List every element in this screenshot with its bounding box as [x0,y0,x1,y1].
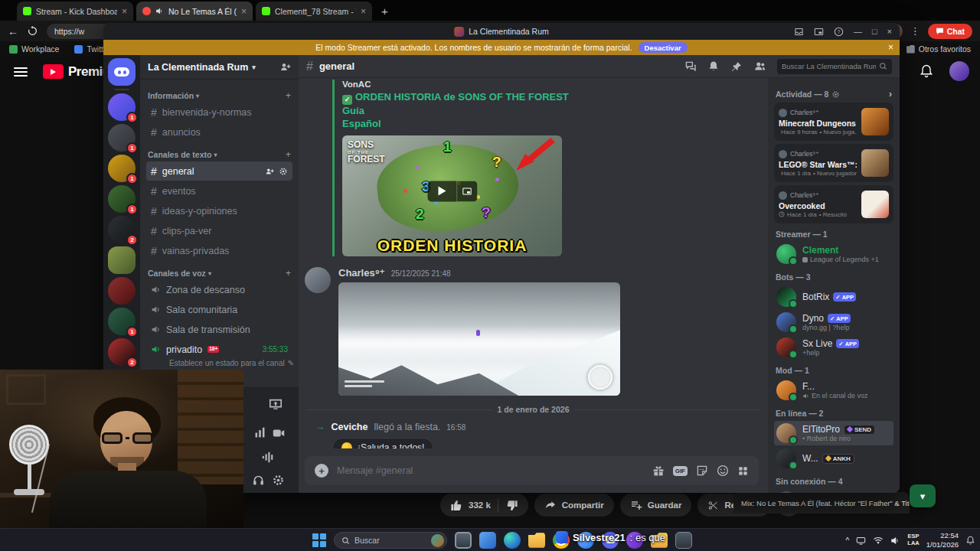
browser-tab-kick-dashboard[interactable]: Stream - Kick Dashboard × [17,2,133,21]
help-icon[interactable]: ? [834,27,844,37]
embed-title-link[interactable]: ✓ORDEN HISTORIA de SONS OF THE FOREST Gu… [342,91,572,131]
add-channel-icon[interactable]: + [286,90,291,101]
tab-close-icon[interactable]: × [122,6,127,17]
member-row-dyno[interactable]: Dyno✓APP dyno.gg | ?help [774,310,893,334]
search-input[interactable]: Buscar La Clementinada Rum [777,59,892,74]
new-tab-button[interactable]: + [381,5,388,18]
wifi-icon[interactable] [873,536,884,545]
camera-icon[interactable] [272,426,286,440]
start-button[interactable] [312,533,326,547]
activity-bars-icon[interactable] [253,426,266,439]
avatar[interactable] [305,267,331,293]
soundboard-icon[interactable] [261,451,274,464]
disable-streamer-mode-button[interactable]: Desactivar [639,42,688,53]
mix-playlist-bar[interactable]: Mix: No Le Temas A Él (feat. Héctor "El … [733,492,910,514]
channel-eventos[interactable]: #eventos [146,181,292,201]
channel-anuncios[interactable]: #anuncios [146,122,292,142]
add-channel-icon[interactable]: + [286,268,291,279]
pip-icon[interactable] [814,27,824,37]
threads-icon[interactable] [684,60,697,73]
clock[interactable]: 22:541/01/2026 [926,531,959,549]
banner-close-icon[interactable]: × [888,42,893,53]
channel-settings-gear-icon[interactable] [279,167,288,176]
hidden-icons-chevron[interactable]: ^ [846,536,850,545]
chat-extension-button[interactable]: Chat [928,24,972,39]
activity-header[interactable]: Actividad — 8 › [776,89,892,99]
screen-share-icon[interactable] [269,397,283,411]
sticker-icon[interactable] [696,465,708,477]
server-button[interactable]: 2 [108,216,136,243]
share-button[interactable]: Compartir [534,494,614,517]
emoji-icon[interactable] [717,465,729,477]
taskbar-search[interactable] [334,532,447,549]
server-button[interactable]: 1 [108,308,136,335]
voice-channel-status-hint[interactable]: Establece un estado para el canal✎ [146,359,292,367]
maximize-icon[interactable]: □ [872,27,877,36]
invite-people-icon[interactable] [279,61,291,73]
close-icon[interactable]: × [887,27,892,36]
invite-icon[interactable] [265,167,274,176]
language-indicator[interactable]: ESPLAA [907,533,919,546]
server-button[interactable]: 1 [108,124,136,152]
server-button-selected[interactable] [108,246,136,274]
server-button[interactable]: 2 [108,338,136,366]
category-canales-voz[interactable]: Canales de voz▾+ [148,268,291,279]
member-row-f[interactable]: F... En el canal de voz [774,378,893,403]
gear-icon[interactable] [831,90,840,99]
video-thumbnail[interactable]: 1 3 2 ? ? SONS OF THE [342,135,562,256]
pip-button[interactable] [456,181,477,201]
voice-channel-transmision[interactable]: Sala de transmisión [146,320,292,339]
notifications-bell-icon[interactable] [707,60,720,73]
channel-general[interactable]: # general [146,161,292,181]
settings-gear-icon[interactable] [272,474,285,487]
channel-vainas[interactable]: #vainas-privadas [146,241,292,260]
channel-clips[interactable]: #clips-pa-ver [146,221,292,240]
server-button[interactable] [108,277,136,305]
menu-icon[interactable] [14,65,28,79]
say-hi-button[interactable]: ¡Saluda a todos! [332,438,433,448]
activity-card[interactable]: Charles⁹⁺ Minecraft Dungeons Hace 9 hora… [774,103,893,141]
like-dislike-pill[interactable]: 332 k [440,494,528,517]
other-favorites-folder[interactable]: Otros favoritos [906,44,971,54]
file-explorer-icon[interactable] [528,532,545,549]
member-row-sxlive[interactable]: Sx Live✓APP +help [774,335,893,360]
headset-icon[interactable] [252,474,265,487]
category-canales-texto[interactable]: Canales de texto▾+ [148,149,291,160]
gif-icon[interactable]: GIF [673,466,688,476]
joined-username[interactable]: Ceviche [332,422,368,432]
bookmark-workplace[interactable]: Workplace [9,44,59,54]
taskbar-search-input[interactable] [354,536,426,545]
category-informacion[interactable]: Información▾+ [148,90,291,101]
pinned-messages-icon[interactable] [730,60,743,73]
voice-channel-privadito[interactable]: privadito 18+ 3:55:33 [146,340,292,359]
search-highlight-image[interactable] [431,534,444,547]
member-row-offline[interactable] [774,489,893,493]
tab-close-icon[interactable]: × [241,6,247,17]
message-input[interactable] [337,465,644,476]
channel-bienvenida[interactable]: #bienvenida-y-normas [146,103,292,122]
attach-plus-icon[interactable]: + [315,464,328,478]
server-button[interactable]: 1 [108,93,136,121]
play-button[interactable] [427,181,456,201]
browser-tab-youtube-music[interactable]: No Le Temas A Él (feat. Héctor × [136,2,253,21]
tab-audio-playing-icon[interactable] [155,7,164,15]
edge-icon[interactable] [504,532,521,549]
chevron-right-icon[interactable]: › [889,89,892,99]
minimize-icon[interactable]: — [854,27,862,36]
notifications-bell-icon[interactable] [919,64,934,79]
browser-menu-icon[interactable]: ⋮ [910,25,920,37]
widgets-button[interactable] [479,532,496,549]
gift-icon[interactable] [652,465,665,477]
channel-ideas[interactable]: #ideas-y-opiniones [146,201,292,220]
discord-home-button[interactable] [108,58,136,86]
reload-icon[interactable] [28,26,38,36]
voice-channel-comunitaria[interactable]: Sala comunitaria [146,300,292,319]
volume-icon[interactable] [890,536,900,546]
back-icon[interactable]: ← [8,25,18,37]
member-row-botrix[interactable]: BotRix✓APP [774,285,893,309]
mix-collapse-button[interactable]: ▾ [910,484,936,507]
activity-card[interactable]: Charles⁹⁺ Overcooked Hace 1 día• Resucit… [774,185,893,223]
image-attachment[interactable] [338,282,620,396]
save-button[interactable]: Guardar [620,494,692,517]
display-tray-icon[interactable] [856,536,866,546]
